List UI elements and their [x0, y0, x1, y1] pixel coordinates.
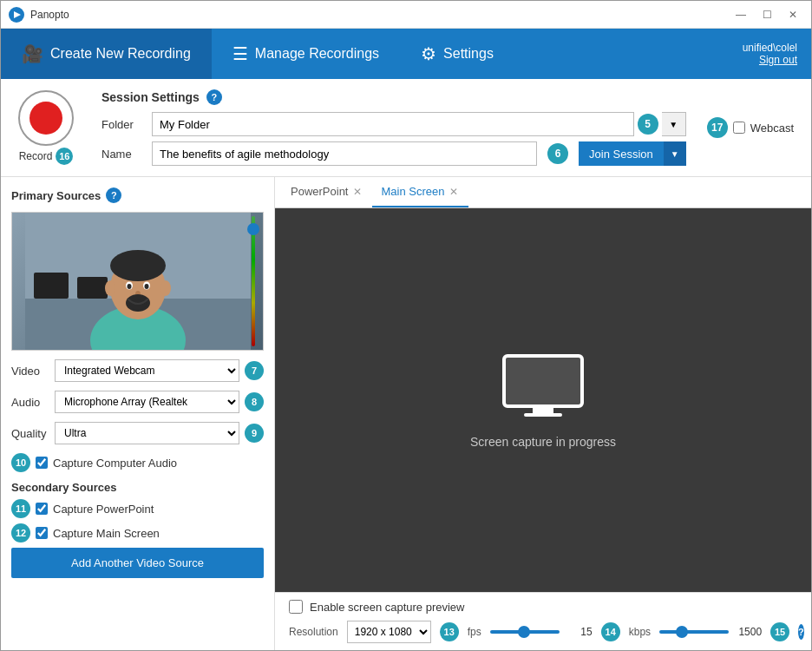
capture-audio-label: Capture Computer Audio — [53, 457, 177, 470]
record-area: Record 16 — [18, 90, 74, 165]
session-bar: Record 16 Session Settings ? Folder 5 ▼ — [1, 79, 811, 177]
webcast-area: 17 Webcast — [707, 117, 794, 138]
fps-slider[interactable] — [490, 630, 560, 634]
secondary-sources: Secondary Sources 11 Capture PowerPoint … — [11, 481, 264, 578]
record-button[interactable] — [18, 90, 74, 146]
audio-badge: 8 — [245, 392, 264, 411]
volume-slider — [247, 216, 259, 346]
tab-powerpoint[interactable]: PowerPoint ✕ — [282, 177, 372, 207]
tab-main-screen-close[interactable]: ✕ — [448, 186, 460, 198]
enable-preview-label: Enable screen capture preview — [310, 601, 465, 614]
capture-powerpoint-checkbox[interactable] — [36, 503, 48, 515]
username: unified\colel — [743, 42, 797, 54]
enable-preview-checkbox[interactable] — [289, 600, 303, 614]
window-title: Panopto — [30, 9, 730, 21]
name-row: Name 6 Join Session ▼ — [102, 141, 686, 166]
capture-main-screen-checkbox[interactable] — [36, 527, 48, 539]
kbps-help-icon[interactable]: ? — [798, 624, 804, 640]
fps-slider-label: fps — [468, 626, 481, 638]
capture-audio-checkbox[interactable] — [36, 457, 48, 469]
name-label: Name — [102, 148, 145, 161]
session-settings-title: Session Settings — [102, 90, 200, 104]
session-help-icon[interactable]: ? — [206, 89, 222, 105]
svg-rect-20 — [504, 356, 582, 406]
capture-audio-row: 10 Capture Computer Audio — [11, 453, 264, 472]
join-session-arrow-btn[interactable]: ▼ — [664, 141, 686, 166]
video-select[interactable]: Integrated Webcam — [55, 359, 239, 382]
tab-create-label: Create New Recording — [50, 46, 191, 62]
webcast-checkbox[interactable] — [733, 122, 745, 134]
record-label: Record 16 — [19, 148, 74, 165]
tab-create-recording[interactable]: 🎥 Create New Recording — [1, 29, 212, 79]
app-icon — [8, 6, 25, 23]
enable-preview-row: Enable screen capture preview — [289, 600, 797, 614]
close-button[interactable]: ✕ — [782, 6, 804, 23]
user-info: unified\colel Sign out — [729, 29, 811, 79]
maximize-button[interactable]: ☐ — [756, 6, 778, 23]
person-avatar — [25, 213, 251, 350]
volume-track — [252, 216, 255, 346]
tab-settings[interactable]: ⚙ Settings — [400, 29, 514, 79]
kbps-slider[interactable] — [659, 630, 729, 634]
quality-select[interactable]: Ultra — [55, 422, 239, 444]
folder-input[interactable] — [152, 112, 634, 136]
join-session-btn-group: Join Session ▼ — [579, 141, 686, 166]
svg-point-9 — [110, 250, 166, 281]
tab-powerpoint-close[interactable]: ✕ — [351, 186, 363, 198]
resolution-badge: 13 — [440, 622, 459, 641]
signout-link[interactable]: Sign out — [759, 54, 797, 66]
right-panel: PowerPoint ✕ Main Screen ✕ — [275, 177, 811, 650]
webcast-badge: 17 — [707, 117, 728, 138]
quality-control-row: Quality Ultra 9 — [11, 422, 264, 444]
svg-point-17 — [105, 280, 115, 296]
primary-sources-title: Primary Sources ? — [11, 187, 264, 203]
tab-manage-recordings[interactable]: ☰ Manage Recordings — [212, 29, 400, 79]
svg-rect-22 — [524, 413, 562, 417]
session-fields: Session Settings ? Folder 5 ▼ Name 6 — [102, 89, 686, 166]
capture-powerpoint-badge: 11 — [11, 499, 30, 518]
settings-icon: ⚙ — [421, 43, 436, 64]
main-panels: Primary Sources ? — [1, 177, 811, 650]
folder-dropdown-btn[interactable]: ▼ — [662, 112, 686, 136]
capture-main-screen-label: Capture Main Screen — [53, 527, 160, 540]
minimize-button[interactable]: — — [730, 6, 752, 23]
tab-powerpoint-label: PowerPoint — [291, 185, 348, 198]
capture-main-screen-badge: 12 — [11, 523, 30, 542]
screen-preview-area: Screen capture in progress — [275, 208, 811, 592]
app-window: Panopto — ☐ ✕ 🎥 Create New Recording ☰ M… — [0, 0, 812, 651]
quality-label: Quality — [11, 427, 49, 440]
tab-main-screen-label: Main Screen — [381, 185, 444, 198]
session-name-input[interactable] — [152, 141, 537, 166]
secondary-sources-title: Secondary Sources — [11, 481, 264, 494]
resolution-label: Resolution — [289, 626, 338, 638]
tab-manage-label: Manage Recordings — [255, 46, 379, 62]
folder-label: Folder — [102, 118, 145, 131]
svg-rect-21 — [533, 406, 553, 413]
capture-status-text: Screen capture in progress — [470, 435, 616, 449]
video-control-row: Video Integrated Webcam 7 — [11, 359, 264, 382]
audio-select[interactable]: Microphone Array (Realtek — [55, 391, 239, 413]
fps-value: 15 — [568, 626, 593, 638]
content-area: Record 16 Session Settings ? Folder 5 ▼ — [1, 79, 811, 650]
kbps-label: kbps — [629, 626, 651, 638]
capture-main-screen-row: 12 Capture Main Screen — [11, 523, 264, 542]
webcast-label: Webcast — [750, 122, 794, 135]
volume-thumb[interactable] — [247, 223, 259, 235]
capture-audio-badge: 10 — [11, 453, 30, 472]
add-source-button[interactable]: Add Another Video Source — [11, 548, 264, 578]
tab-main-screen[interactable]: Main Screen ✕ — [372, 177, 468, 207]
webcam-preview — [12, 213, 263, 350]
resolution-select[interactable]: 1920 x 1080 — [347, 621, 431, 643]
nav-bar: 🎥 Create New Recording ☰ Manage Recordin… — [1, 29, 811, 79]
record-dot — [29, 102, 62, 135]
audio-control-row: Audio Microphone Array (Realtek 8 — [11, 391, 264, 413]
folder-row: Folder 5 ▼ — [102, 112, 686, 136]
svg-rect-5 — [77, 277, 108, 299]
primary-help-icon[interactable]: ? — [106, 187, 121, 203]
svg-rect-4 — [34, 273, 69, 299]
capture-powerpoint-label: Capture PowerPoint — [53, 503, 154, 516]
kbps-value: 1500 — [737, 626, 762, 638]
video-badge: 7 — [245, 361, 264, 380]
sliders-row: Resolution 1920 x 1080 13 fps 15 14 kbps… — [289, 621, 797, 643]
join-session-button[interactable]: Join Session — [579, 141, 664, 166]
